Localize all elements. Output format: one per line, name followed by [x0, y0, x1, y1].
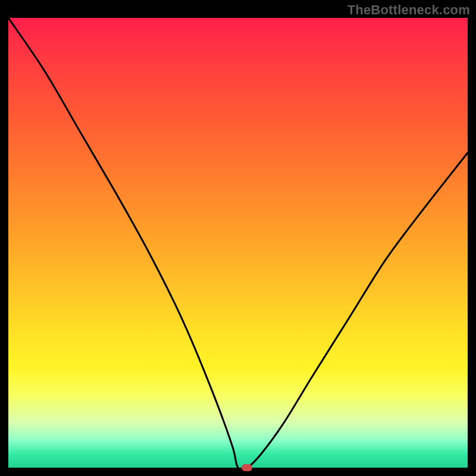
minimum-marker	[242, 464, 252, 471]
plot-area	[8, 18, 468, 468]
curve-svg	[8, 18, 468, 468]
watermark-text: TheBottleneck.com	[347, 2, 470, 18]
chart-frame: TheBottleneck.com	[0, 0, 476, 476]
bottleneck-curve	[8, 18, 468, 468]
